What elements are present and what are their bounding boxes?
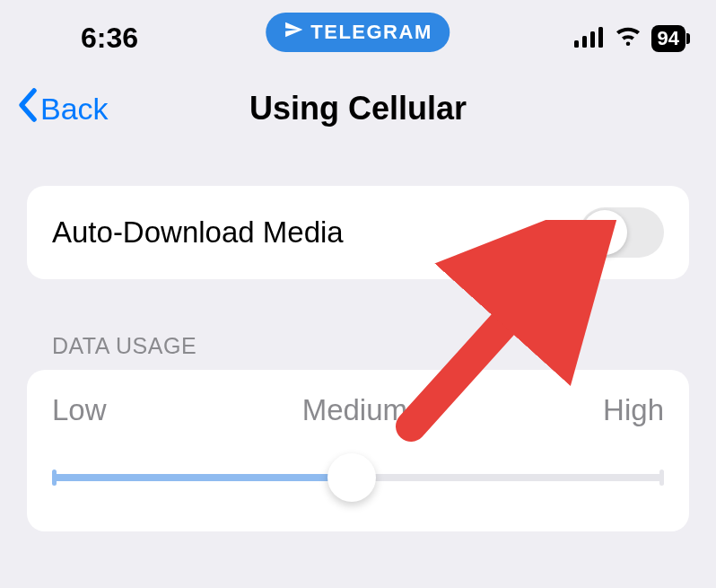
page-title: Using Cellular (249, 90, 467, 127)
paper-plane-icon (284, 20, 303, 45)
svg-rect-3 (598, 27, 603, 48)
slider-tick-left (52, 470, 57, 486)
status-bar: 6:36 TELEGRAM 94 (0, 0, 716, 63)
wifi-icon (614, 26, 642, 51)
navigation-bar: Back Using Cellular (0, 63, 716, 168)
back-label: Back (40, 92, 109, 127)
slider-label-high: High (603, 393, 664, 427)
status-time: 6:36 (81, 22, 138, 55)
slider-fill (52, 474, 352, 481)
slider-thumb[interactable] (327, 453, 376, 502)
svg-rect-0 (574, 40, 579, 48)
back-chevron-icon (16, 87, 38, 130)
auto-download-label: Auto-Download Media (52, 215, 344, 250)
auto-download-toggle[interactable] (580, 207, 664, 258)
slider-tick-right (659, 470, 664, 486)
app-pill[interactable]: TELEGRAM (266, 13, 450, 52)
slider-labels: Low Medium High (52, 393, 664, 427)
toggle-knob (582, 210, 627, 255)
svg-rect-1 (582, 36, 587, 48)
svg-rect-2 (590, 31, 595, 48)
auto-download-row: Auto-Download Media (27, 186, 689, 279)
app-pill-label: TELEGRAM (310, 21, 432, 44)
slider-label-low: Low (52, 393, 107, 427)
data-usage-header: DATA USAGE (52, 333, 664, 359)
battery-indicator: 94 (651, 25, 685, 52)
slider-label-medium: Medium (302, 393, 407, 427)
battery-percent: 94 (658, 27, 679, 49)
status-right: 94 (574, 25, 685, 52)
data-usage-slider[interactable] (52, 460, 664, 496)
data-usage-card: Low Medium High (27, 370, 689, 531)
back-button[interactable]: Back (16, 87, 109, 130)
cellular-signal-icon (574, 26, 605, 51)
auto-download-group: Auto-Download Media (27, 186, 689, 279)
